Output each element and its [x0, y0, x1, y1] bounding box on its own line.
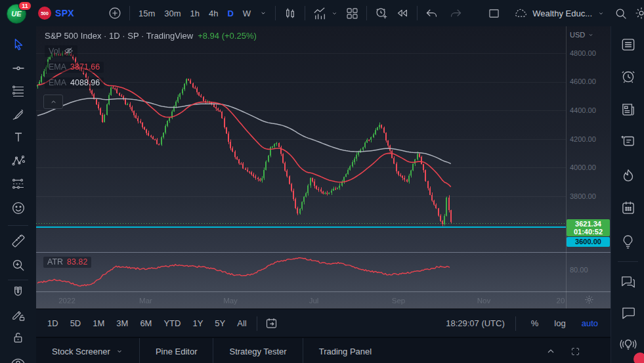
legend-collapse-button[interactable] — [43, 95, 63, 109]
legend-ema-fast-row[interactable]: EMA 3871.66 — [45, 62, 257, 73]
text-tool-button[interactable] — [7, 127, 30, 148]
symbol-search-button[interactable]: 500 SPX — [38, 7, 74, 20]
brush-tool-button[interactable] — [7, 104, 30, 125]
chevron-down-icon — [597, 9, 605, 18]
time-tick-mar[interactable]: Mar — [139, 297, 152, 305]
watchlist-button[interactable] — [616, 33, 641, 56]
time-tick-2022[interactable]: 2022 — [58, 297, 75, 305]
lock-drawings-button[interactable] — [7, 327, 30, 348]
price-tick[interactable]: 4800.00 — [570, 49, 596, 57]
range-1y[interactable]: 1Y — [186, 316, 209, 331]
bar-replay-button[interactable] — [392, 4, 413, 22]
range-1m[interactable]: 1M — [87, 316, 110, 331]
trend-line-tool-button[interactable] — [7, 58, 30, 79]
undo-button[interactable] — [421, 4, 442, 22]
news-button[interactable] — [616, 98, 641, 121]
price-tick[interactable]: 4200.00 — [570, 135, 596, 143]
timeframe-1d[interactable]: D — [223, 4, 238, 22]
range-6m[interactable]: 6M — [134, 316, 158, 331]
tab-pine-editor[interactable]: Pine Editor — [140, 338, 214, 363]
bar-countdown: 01:40:52 — [567, 228, 610, 236]
time-axis-settings-button[interactable] — [584, 294, 595, 305]
percent-scale-button[interactable]: % — [526, 316, 544, 330]
support-level-label[interactable]: 3600.00 — [567, 237, 610, 247]
ideas-button[interactable] — [616, 230, 641, 253]
replay-rewind-icon — [395, 6, 410, 20]
range-5y[interactable]: 5Y — [209, 316, 231, 331]
cloud-save-menu[interactable]: Wealthy Educ... — [513, 6, 605, 20]
last-price-label[interactable]: 3621.34 01:40:52 — [567, 219, 610, 236]
timeframe-4h[interactable]: 4h — [204, 4, 223, 22]
timeframe-1h[interactable]: 1h — [186, 4, 204, 22]
timeframe-1w[interactable]: W — [238, 4, 255, 22]
public-chats-button[interactable] — [616, 270, 641, 294]
legend-volume-row[interactable]: Vol — [45, 45, 257, 57]
time-tick-sep[interactable]: Sep — [392, 297, 405, 305]
indicators-menu-button[interactable] — [327, 4, 342, 22]
time-tick-nov[interactable]: Nov — [477, 297, 490, 305]
compare-add-button[interactable] — [104, 4, 125, 22]
price-tick[interactable]: 4600.00 — [570, 77, 596, 85]
tab-strategy-tester[interactable]: Strategy Tester — [213, 338, 303, 363]
save-layout-rect-button[interactable] — [484, 4, 504, 22]
tab-label: Trading Panel — [319, 347, 372, 356]
user-menu-button[interactable]: UE 11 — [7, 2, 29, 24]
pane-separator[interactable] — [36, 252, 611, 253]
ema-slow-value: 4088.96 — [70, 78, 100, 87]
auto-scale-button[interactable]: auto — [577, 316, 603, 330]
time-tick-jul[interactable]: Jul — [309, 297, 319, 305]
legend-title-row[interactable]: S&P 500 Index · 1D · SP · TradingView +8… — [45, 31, 257, 41]
price-tick[interactable]: 3800.00 — [570, 192, 596, 200]
currency-selector[interactable]: USD — [570, 31, 594, 39]
right-sidebar — [611, 26, 644, 363]
tab-trading-panel[interactable]: Trading Panel — [303, 338, 387, 363]
timeframe-30m[interactable]: 30m — [160, 4, 185, 22]
time-tick-2023[interactable]: 20 — [557, 297, 565, 305]
price-tick[interactable]: 4400.00 — [570, 106, 596, 114]
hide-drawings-button[interactable] — [7, 352, 30, 363]
emoji-tool-button[interactable] — [7, 198, 30, 219]
range-5d[interactable]: 5D — [64, 316, 87, 331]
data-window-button[interactable] — [616, 129, 641, 153]
range-all[interactable]: All — [231, 316, 252, 331]
time-tick-may[interactable]: May — [223, 297, 238, 305]
timeframe-menu-button[interactable] — [255, 4, 271, 22]
fullscreen-icon[interactable] — [570, 347, 580, 356]
tab-stock-screener[interactable]: Stock Screener — [36, 338, 140, 363]
log-scale-button[interactable]: log — [549, 316, 570, 330]
fib-tool-button[interactable] — [7, 81, 30, 102]
create-alert-button[interactable] — [371, 4, 392, 22]
atr-pane-canvas[interactable] — [36, 253, 566, 291]
atr-axis-tick[interactable]: 80.00 — [570, 266, 588, 274]
layout-grid-button[interactable] — [342, 4, 362, 22]
range-1d[interactable]: 1D — [41, 316, 64, 331]
magnet-icon — [11, 285, 26, 300]
price-tick[interactable]: 4000.00 — [570, 163, 596, 171]
trend-line-icon — [11, 60, 26, 76]
forecast-tool-button[interactable] — [7, 173, 30, 194]
calendar-button[interactable] — [616, 196, 641, 220]
measure-tool-button[interactable] — [7, 230, 30, 251]
hotlists-button[interactable] — [616, 164, 641, 188]
news-icon — [620, 101, 637, 118]
expand-panel-button[interactable] — [546, 346, 556, 356]
cursor-tool-button[interactable] — [7, 34, 30, 55]
redo-button[interactable] — [446, 4, 466, 22]
go-to-date-button[interactable] — [261, 314, 282, 333]
settings-button[interactable] — [631, 4, 644, 22]
range-3m[interactable]: 3M — [110, 316, 134, 331]
legend-ema-slow-row[interactable]: EMA 4088.96 — [45, 77, 257, 89]
range-ytd[interactable]: YTD — [158, 316, 186, 331]
quick-search-button[interactable] — [611, 4, 631, 22]
magnet-mode-button[interactable] — [7, 282, 30, 303]
timeframe-15m[interactable]: 15m — [134, 4, 160, 22]
alerts-button[interactable] — [616, 64, 641, 88]
atr-legend-row[interactable]: ATR 83.82 — [43, 255, 91, 268]
chart-style-button[interactable] — [280, 4, 301, 22]
zoom-in-tool-button[interactable] — [7, 254, 30, 275]
private-chat-button[interactable] — [616, 301, 641, 325]
drawing-mode-lock-button[interactable] — [7, 304, 30, 325]
clock-utc[interactable]: 18:29:07 (UTC) — [446, 318, 505, 328]
eye-slash-icon[interactable] — [64, 46, 74, 56]
pattern-tool-button[interactable] — [7, 150, 30, 171]
